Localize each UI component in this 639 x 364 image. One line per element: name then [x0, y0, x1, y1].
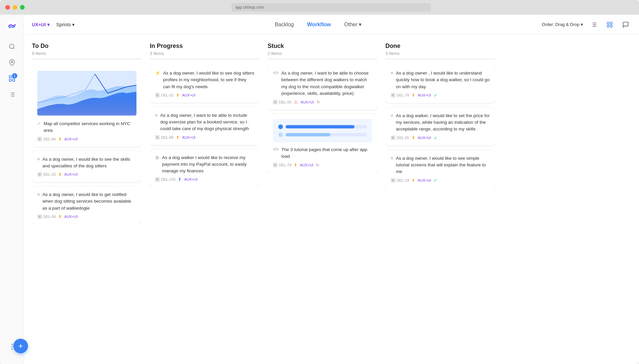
card-del89-id: ⊞ DEL-89	[155, 135, 173, 140]
card-del29-title: As a dog owner, I would like to see simp…	[396, 155, 490, 175]
card-del58-meta: ⊞ DEL-58 ⬆ AUX+UI	[37, 214, 136, 219]
card-del33-content: ≡ As a dog owner, I would like to see th…	[37, 156, 136, 177]
column-inprogress: In Progress 3 Items ⚡ As a dog owner, I …	[150, 43, 260, 356]
card-del55-id: ⊞ DEL-55	[391, 135, 409, 140]
sprint-selector[interactable]: Sprints ▾	[56, 22, 75, 27]
card-del79-ticket: DEL-79	[279, 163, 291, 167]
card-del79-meta: ⊞ DEL-79 ⬆ AUX+UI ↻	[273, 163, 372, 168]
card-del55-meta: ⊞ DEL-55 ⬆ AUX+UI ✓	[391, 135, 490, 140]
progress-dot-2	[278, 132, 283, 137]
card-del78-id: ⊞ DEL-78	[391, 93, 409, 97]
sidebar: 1	[0, 15, 24, 364]
card-del103-tag: AUX+UI	[184, 177, 197, 181]
svg-rect-19	[607, 22, 609, 24]
nav-other[interactable]: Other ▾	[344, 21, 361, 28]
address-text: app.clickup.com	[235, 5, 264, 10]
sidebar-item-search[interactable]	[5, 40, 19, 53]
card-del89-tag: AUX+UI	[182, 135, 195, 139]
column-inprogress-header: In Progress 3 Items	[150, 43, 260, 56]
card-del78-title: As a dog owner , I would ilke to underst…	[396, 70, 490, 90]
card-del58-ticket: DEL-58	[43, 215, 56, 219]
column-inprogress-title: In Progress	[150, 43, 260, 50]
card-del93-tag: AUX+UI	[301, 100, 314, 104]
ticket-icon: ⊞	[273, 163, 278, 167]
progress-row-1	[278, 124, 367, 129]
main-content: UX+UI ▾ · Sprints ▾ Backlog Workflow Oth…	[24, 15, 639, 364]
card-del93-content: </> As a dog owner, I want to be able to…	[273, 70, 372, 104]
card-del93-title: As a dog owner, I want to be able to cho…	[281, 70, 372, 97]
card-del103-content: ⚙ As a dog walker I would like to receiv…	[155, 154, 254, 182]
card-del84-tag: AUX+UI	[64, 137, 78, 141]
sidebar-item-list[interactable]	[5, 88, 19, 101]
browser-body: 1 UX+UI	[0, 15, 639, 364]
svg-rect-6	[12, 79, 14, 81]
card-del33-title: As a dog owner, I would like to see the …	[43, 156, 136, 170]
card-del103-id: ⊞ DEL-103	[155, 177, 175, 182]
card-del58-title: As a dog owner, I would like to get noti…	[43, 191, 136, 212]
card-del84-title: Map all competitor services working in N…	[44, 120, 136, 134]
ticket-icon: ⊞	[273, 100, 278, 104]
column-stuck-count: 2 Items	[268, 51, 377, 56]
card-del78-type-icon: ≡	[391, 71, 393, 76]
order-selector[interactable]: Order: Drag & Drop ▾	[542, 22, 583, 27]
card-del32-meta: ⊞ DEL-32 ⬆ AUX+UI	[155, 93, 254, 97]
card-del29-type-icon: ≡	[391, 156, 393, 161]
sidebar-item-location[interactable]	[5, 56, 19, 69]
card-del55-ticket: DEL-55	[397, 136, 409, 140]
column-done: Done 3 Items ≡ As a dog owner , I would …	[385, 43, 495, 356]
project-label: UX+UI	[32, 22, 46, 27]
card-del89-ticket: DEL-89	[161, 135, 173, 139]
card-del89-meta: ⊞ DEL-89 ⬆ AUX+UI	[155, 135, 254, 140]
svg-point-1	[9, 44, 14, 49]
card-del32-tag: AUX+UI	[182, 93, 195, 97]
card-del33-meta: ⊞ DEL-33 ⬆ AUX+UI	[37, 172, 136, 177]
column-todo-header: To Do 9 Items	[32, 43, 142, 56]
fab-add-button[interactable]: +	[13, 339, 28, 353]
ticket-icon: ⊞	[37, 172, 42, 177]
card-del32-ticket: DEL-32	[161, 93, 173, 97]
ticket-icon: ⊞	[391, 93, 395, 97]
order-label: Order: Drag & Drop	[542, 22, 579, 27]
card-del32-title-row: ⚡ As a dog owner, I would like to see do…	[155, 70, 254, 90]
card-del79-title: The 3 tutorial pages that come up after …	[281, 146, 372, 160]
column-inprogress-divider	[150, 59, 260, 59]
grid-view-button[interactable]	[604, 19, 615, 30]
comment-button[interactable]	[620, 19, 631, 30]
close-button[interactable]	[5, 5, 10, 10]
card-del103-type-icon: ⚙	[155, 155, 159, 160]
list-view-button[interactable]	[588, 19, 599, 30]
card-del33-priority: ⬆	[58, 172, 62, 177]
topbar-right: Order: Drag & Drop ▾	[538, 19, 631, 30]
progress-bar-2	[286, 133, 367, 136]
sprint-chevron: ▾	[72, 22, 75, 27]
card-del55: ≡ As a dog walker, I would like to set t…	[385, 107, 495, 146]
svg-point-0	[6, 20, 18, 32]
card-del93-title-row: </> As a dog owner, I want to be able to…	[273, 70, 372, 97]
minimize-button[interactable]	[13, 5, 17, 10]
address-bar[interactable]: app.clickup.com	[231, 3, 431, 12]
nav-workflow[interactable]: Workflow	[307, 22, 331, 28]
sidebar-item-tasks[interactable]: 1	[5, 72, 19, 85]
card-del103-title: As a dog walker I would like to receive …	[162, 154, 254, 175]
card-del79-id: ⊞ DEL-79	[273, 163, 291, 167]
svg-rect-21	[607, 25, 609, 27]
card-del79-type-icon: </>	[273, 147, 279, 152]
column-stuck-title: Stuck	[268, 43, 377, 50]
topbar-nav: Backlog Workflow Other ▾	[104, 21, 532, 28]
nav-backlog[interactable]: Backlog	[275, 22, 294, 28]
svg-rect-5	[9, 79, 11, 81]
column-done-cards: ≡ As a dog owner , I would ilke to under…	[385, 65, 495, 188]
card-del58: ≡ As a dog owner, I would like to get no…	[32, 186, 142, 224]
card-del79-title-row: </> The 3 tutorial pages that come up af…	[273, 146, 372, 160]
card-del33-ticket: DEL-33	[43, 172, 56, 176]
card-del93-refresh: ↻	[317, 99, 320, 104]
maximize-button[interactable]	[20, 5, 25, 10]
ticket-icon: ⊞	[37, 214, 42, 219]
column-done-divider	[385, 59, 495, 59]
card-del89-priority: ⬆	[176, 135, 179, 140]
app-logo[interactable]	[6, 20, 18, 33]
nav-other-label: Other	[344, 22, 357, 28]
svg-rect-3	[9, 76, 11, 78]
card-del55-check: ✓	[434, 135, 437, 140]
project-selector[interactable]: UX+UI ▾	[32, 22, 50, 27]
